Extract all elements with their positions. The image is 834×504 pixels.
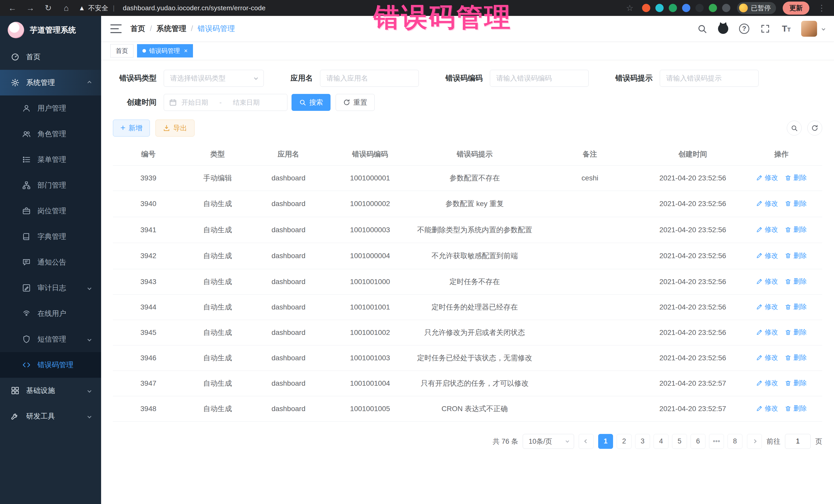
tab-错误码管理[interactable]: 错误码管理× [137,44,193,58]
font-size-icon[interactable]: TT [780,23,792,35]
date-range-picker[interactable]: 开始日期 - 结束日期 [164,94,287,111]
profile-paused-badge[interactable]: 已暂停 [737,2,776,14]
breadcrumb-item: 错误码管理 [198,24,235,34]
refresh-table-button[interactable] [807,120,822,135]
security-indicator[interactable]: ▲ 不安全 | [79,4,116,13]
delete-link[interactable]: 删除 [785,277,807,286]
extension-icon[interactable] [642,4,650,12]
add-button[interactable]: + 新增 [113,119,150,136]
prev-page-button[interactable] [579,434,594,449]
error-code-input[interactable] [490,70,589,87]
sidebar-logo-row[interactable]: 芋道管理系统 [0,16,101,44]
sidebar-item-label: 角色管理 [38,129,66,139]
sidebar-item-研发工具[interactable]: 研发工具 [0,403,101,429]
edit-link[interactable]: 修改 [756,353,778,362]
reload-icon[interactable]: ↻ [43,3,54,13]
breadcrumb: 首页/系统管理/错误码管理 [130,24,235,34]
back-icon[interactable]: ← [7,3,18,13]
extension-icon[interactable] [682,4,690,12]
extension-icon[interactable] [696,4,704,12]
sidebar: 芋道管理系统 首页系统管理用户管理角色管理菜单管理部门管理岗位管理字典管理通知公… [0,16,101,504]
error-hint-input[interactable] [660,70,759,87]
sidebar-item-岗位管理[interactable]: 岗位管理 [0,198,101,224]
extension-icon[interactable] [655,4,664,12]
breadcrumb-item[interactable]: 首页 [130,24,145,34]
delete-link[interactable]: 删除 [785,173,807,182]
sidebar-item-通知公告[interactable]: 通知公告 [0,249,101,275]
filter-create-time: 创建时间 开始日期 - 结束日期 [113,94,287,111]
sidebar-item-首页[interactable]: 首页 [0,44,101,70]
app-name-input[interactable] [320,70,419,87]
page-button-3[interactable]: 3 [635,434,650,449]
page-size-select[interactable]: 10条/页 [523,434,574,449]
hamburger-icon[interactable] [110,24,122,33]
fullscreen-icon[interactable] [759,23,771,35]
bookmark-star-icon[interactable]: ☆ [624,3,635,13]
edit-link[interactable]: 修改 [756,302,778,311]
close-icon[interactable]: × [184,47,188,54]
avatar[interactable] [801,21,817,37]
delete-link[interactable]: 删除 [785,251,807,260]
edit-link[interactable]: 修改 [756,251,778,260]
delete-link[interactable]: 删除 [785,404,807,413]
extension-icon[interactable] [709,4,717,12]
sidebar-item-错误码管理[interactable]: 错误码管理 [0,352,101,378]
browser-menu-icon[interactable]: ⋮ [816,3,827,13]
page-button-4[interactable]: 4 [654,434,668,449]
more-pages-button[interactable]: ••• [709,434,724,449]
breadcrumb-item[interactable]: 系统管理 [156,24,186,34]
page-button-1[interactable]: 1 [598,434,613,449]
search-icon[interactable] [696,23,708,35]
page-button-8[interactable]: 8 [727,434,742,449]
filter-row-2: 创建时间 开始日期 - 结束日期 搜索 重置 [113,94,822,111]
edit-link[interactable]: 修改 [756,404,778,413]
search-button[interactable]: 搜索 [291,94,331,111]
sidebar-item-部门管理[interactable]: 部门管理 [0,172,101,198]
sidebar-item-系统管理[interactable]: 系统管理 [0,70,101,95]
edit-link[interactable]: 修改 [756,328,778,337]
sidebar-item-字典管理[interactable]: 字典管理 [0,224,101,249]
cell-code: 1001001000 [326,269,414,294]
update-button[interactable]: 更新 [783,2,809,15]
question-icon[interactable]: ? [738,23,750,35]
edit-link[interactable]: 修改 [756,173,778,182]
edit-link[interactable]: 修改 [756,199,778,208]
sidebar-item-基础设施[interactable]: 基础设施 [0,378,101,403]
sidebar-item-角色管理[interactable]: 角色管理 [0,121,101,147]
cell-code: 1001001002 [326,320,414,345]
tab-首页[interactable]: 首页 [110,44,133,58]
goto-page-input[interactable] [785,434,811,449]
next-page-button[interactable] [747,434,762,449]
reset-button[interactable]: 重置 [336,94,375,111]
github-icon[interactable] [717,23,729,35]
sidebar-item-在线用户[interactable]: 在线用户 [0,301,101,326]
edit-link[interactable]: 修改 [756,277,778,286]
export-button[interactable]: 导出 [155,119,195,136]
extension-icon[interactable] [669,4,677,12]
sidebar-item-审计日志[interactable]: 审计日志 [0,275,101,301]
sidebar-item-用户管理[interactable]: 用户管理 [0,95,101,121]
home-icon[interactable]: ⌂ [61,3,72,13]
page-button-2[interactable]: 2 [617,434,632,449]
delete-link[interactable]: 删除 [785,302,807,311]
sidebar-item-菜单管理[interactable]: 菜单管理 [0,147,101,172]
address-url[interactable]: dashboard.yudao.iocoder.cn/system/error-… [123,4,266,12]
delete-link[interactable]: 删除 [785,328,807,337]
delete-link[interactable]: 删除 [785,378,807,388]
cell-code: 1001001005 [326,396,414,421]
extension-icon[interactable] [722,4,730,12]
edit-link[interactable]: 修改 [756,225,778,234]
delete-link[interactable]: 删除 [785,199,807,208]
cell-message: 定时任务不存在 [414,269,535,294]
page-button-5[interactable]: 5 [672,434,687,449]
edit-link[interactable]: 修改 [756,378,778,388]
chevron-down-icon[interactable] [822,27,825,30]
delete-link[interactable]: 删除 [785,225,807,234]
error-type-select[interactable]: 请选择错误码类型 [164,70,264,87]
page-button-6[interactable]: 6 [690,434,705,449]
sidebar-item-短信管理[interactable]: 短信管理 [0,326,101,352]
toggle-search-button[interactable] [787,120,802,135]
cell-type: 自动生成 [184,396,251,421]
delete-link[interactable]: 删除 [785,353,807,362]
forward-icon[interactable]: → [25,3,36,13]
